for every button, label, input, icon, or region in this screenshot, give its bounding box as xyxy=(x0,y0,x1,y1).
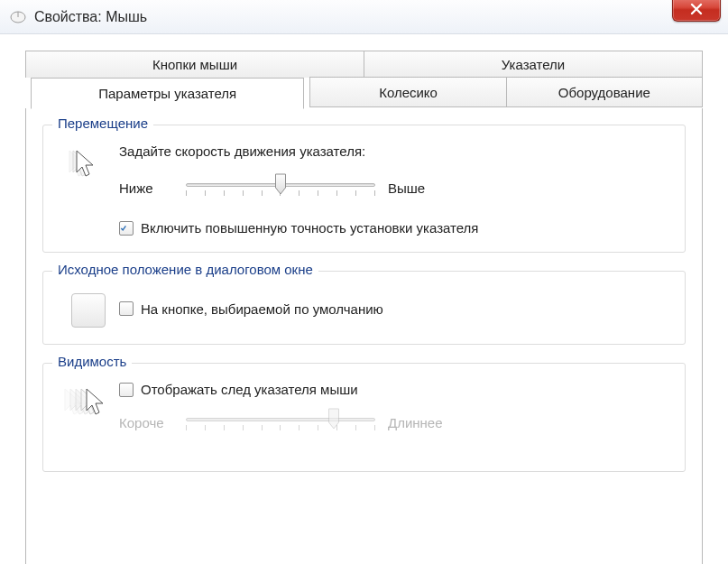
enhance-precision-label: Включить повышенную точность установки у… xyxy=(141,220,479,236)
group-snap-legend: Исходное положение в диалоговом окне xyxy=(52,262,318,277)
group-visibility-legend: Видимость xyxy=(52,354,132,369)
snap-to-icon xyxy=(71,293,106,328)
mouse-icon xyxy=(9,10,27,24)
pointer-trails-label: Отображать след указателя мыши xyxy=(141,382,358,397)
pointer-trails-checkbox[interactable] xyxy=(119,383,134,397)
snap-to-label: На кнопке, выбираемой по умолчанию xyxy=(141,301,383,317)
tab-hardware[interactable]: Оборудование xyxy=(507,77,703,107)
trails-short-label: Короче xyxy=(119,415,173,430)
close-button[interactable] xyxy=(672,0,721,22)
motion-speed-slider[interactable] xyxy=(186,175,375,200)
close-icon xyxy=(689,3,704,15)
tab-pointer-options[interactable]: Параметры указателя xyxy=(31,78,304,109)
tab-pointers[interactable]: Указатели xyxy=(364,51,703,78)
tab-row-bottom: Параметры указателя Колесико Оборудовани… xyxy=(25,77,703,108)
motion-slow-label: Ниже xyxy=(119,180,173,196)
enhance-precision-checkbox[interactable] xyxy=(119,221,134,236)
group-motion-legend: Перемещение xyxy=(52,116,153,131)
group-snap: Исходное положение в диалоговом окне На … xyxy=(42,271,686,345)
trails-length-slider xyxy=(186,410,375,435)
tab-panel: Перемещение Задайте скорость движения ук… xyxy=(25,108,703,564)
tab-wheel[interactable]: Колесико xyxy=(309,77,506,107)
trails-long-label: Длиннее xyxy=(388,415,442,430)
window-title: Свойства: Мышь xyxy=(34,9,147,25)
motion-cursor-icon xyxy=(58,143,119,185)
dialog-body: Кнопки мыши Указатели Параметры указател… xyxy=(0,34,728,564)
tab-buttons[interactable]: Кнопки мыши xyxy=(25,51,364,78)
titlebar: Свойства: Мышь xyxy=(0,0,728,34)
motion-instruction: Задайте скорость движения указателя: xyxy=(119,143,670,159)
tab-row-top: Кнопки мыши Указатели xyxy=(25,51,703,78)
motion-fast-label: Выше xyxy=(388,180,442,196)
snap-to-checkbox[interactable] xyxy=(119,301,134,316)
trails-icon xyxy=(58,382,119,423)
group-visibility: Видимость Отобр xyxy=(42,363,686,472)
group-motion: Перемещение Задайте скорость движения ук… xyxy=(42,125,686,253)
